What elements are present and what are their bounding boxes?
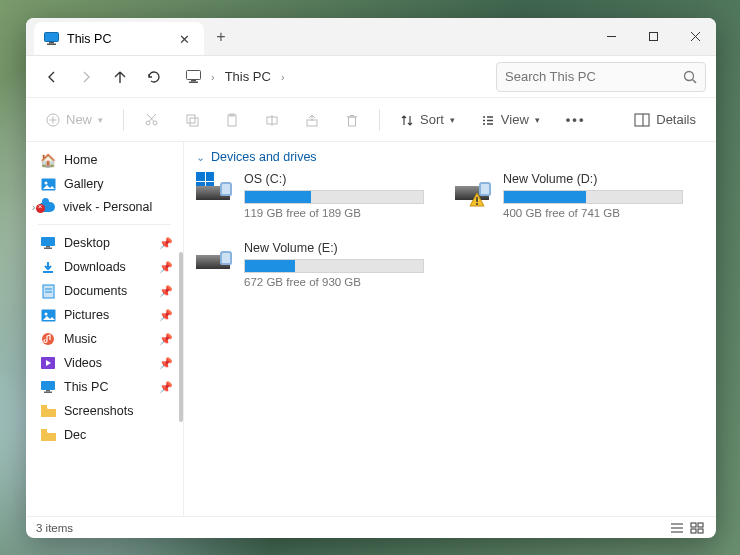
downloads-icon	[40, 259, 56, 275]
address-bar[interactable]: › This PC ›	[178, 61, 293, 93]
drive-name: OS (C:)	[244, 172, 427, 186]
navigation-pane[interactable]: 🏠Home Gallery ›vivek - Personal Desktop📌…	[26, 142, 184, 516]
file-explorer-window: This PC ✕ + › This PC › New ▾	[26, 18, 716, 538]
svg-rect-51	[46, 390, 50, 392]
body: 🏠Home Gallery ›vivek - Personal Desktop📌…	[26, 142, 716, 516]
sidebar-item-pictures[interactable]: Pictures📌	[26, 303, 183, 327]
sidebar-item-home[interactable]: 🏠Home	[26, 148, 183, 172]
svg-rect-62	[691, 529, 696, 533]
drives-container: OS (C:)119 GB free of 189 GBNew Volume (…	[194, 170, 706, 290]
more-button[interactable]: •••	[560, 108, 592, 131]
chevron-right-icon[interactable]: ›	[281, 71, 285, 83]
svg-rect-26	[349, 117, 356, 126]
desktop-icon	[40, 235, 56, 251]
copy-button[interactable]	[179, 109, 205, 131]
plus-circle-icon	[46, 113, 60, 127]
sidebar-item-dec[interactable]: Dec	[26, 423, 183, 447]
home-icon: 🏠	[40, 152, 56, 168]
copy-icon	[185, 113, 199, 127]
tab-close-icon[interactable]: ✕	[175, 32, 194, 47]
videos-icon	[40, 355, 56, 371]
sidebar-item-documents[interactable]: Documents📌	[26, 279, 183, 303]
share-icon	[305, 113, 319, 127]
rename-icon	[265, 113, 279, 127]
sort-icon	[400, 113, 414, 127]
chevron-right-icon: ›	[211, 71, 215, 83]
tab-this-pc[interactable]: This PC ✕	[34, 22, 204, 56]
back-button[interactable]	[36, 61, 68, 93]
paste-button[interactable]	[219, 109, 245, 131]
drive-free-space: 400 GB free of 741 GB	[503, 207, 686, 219]
warning-icon	[469, 192, 485, 208]
group-header-devices[interactable]: ⌄ Devices and drives	[194, 148, 706, 170]
svg-rect-61	[698, 523, 703, 527]
tiles-view-button[interactable]	[688, 520, 706, 536]
cloud-icon	[39, 202, 55, 212]
svg-rect-0	[45, 33, 59, 42]
monitor-icon	[44, 32, 59, 46]
refresh-button[interactable]	[138, 61, 170, 93]
sidebar-item-gallery[interactable]: Gallery	[26, 172, 183, 196]
drive-free-space: 119 GB free of 189 GB	[244, 207, 427, 219]
breadcrumb-location[interactable]: This PC	[225, 69, 271, 84]
chevron-down-icon: ⌄	[196, 151, 205, 164]
drive-item[interactable]: New Volume (D:)400 GB free of 741 GB	[453, 170, 688, 221]
svg-rect-40	[46, 246, 50, 248]
delete-button[interactable]	[339, 109, 365, 131]
documents-icon	[40, 283, 56, 299]
svg-rect-52	[44, 392, 52, 394]
storage-bar	[244, 190, 424, 204]
sidebar-item-desktop[interactable]: Desktop📌	[26, 231, 183, 255]
sort-button[interactable]: Sort ▾	[394, 108, 461, 131]
details-view-button[interactable]	[668, 520, 686, 536]
toolbar: New ▾ Sort ▾ View ▾ ••• Details	[26, 98, 716, 142]
forward-button[interactable]	[70, 61, 102, 93]
search-input[interactable]	[505, 69, 675, 84]
svg-rect-1	[49, 42, 54, 44]
sidebar-item-music[interactable]: Music📌	[26, 327, 183, 351]
new-tab-button[interactable]: +	[204, 18, 238, 55]
sidebar-item-videos[interactable]: Videos📌	[26, 351, 183, 375]
pin-icon: 📌	[159, 237, 173, 250]
content-pane[interactable]: ⌄ Devices and drives OS (C:)119 GB free …	[184, 142, 716, 516]
svg-point-56	[476, 203, 478, 205]
sidebar-item-this-pc[interactable]: This PC📌	[26, 375, 183, 399]
share-button[interactable]	[299, 109, 325, 131]
maximize-button[interactable]	[632, 18, 674, 55]
details-pane-button[interactable]: Details	[628, 108, 702, 131]
drive-item[interactable]: New Volume (E:)672 GB free of 930 GB	[194, 239, 429, 290]
drive-icon	[196, 241, 234, 279]
svg-rect-20	[190, 118, 198, 126]
view-button[interactable]: View ▾	[475, 108, 546, 131]
pin-icon: 📌	[159, 285, 173, 298]
minimize-button[interactable]	[590, 18, 632, 55]
up-button[interactable]	[104, 61, 136, 93]
cut-button[interactable]	[138, 108, 165, 131]
storage-bar	[503, 190, 683, 204]
search-box[interactable]	[496, 62, 706, 92]
sidebar-item-downloads[interactable]: Downloads📌	[26, 255, 183, 279]
sidebar-item-screenshots[interactable]: Screenshots	[26, 399, 183, 423]
svg-point-47	[44, 312, 47, 315]
sidebar-item-onedrive[interactable]: ›vivek - Personal	[26, 196, 183, 218]
folder-icon	[40, 427, 56, 443]
drive-name: New Volume (D:)	[503, 172, 686, 186]
svg-rect-41	[44, 248, 52, 250]
svg-rect-63	[698, 529, 703, 533]
gallery-icon	[40, 176, 56, 192]
folder-icon	[40, 403, 56, 419]
svg-line-11	[693, 79, 697, 83]
svg-rect-53	[41, 405, 47, 408]
chevron-down-icon: ▾	[98, 115, 103, 125]
pin-icon: 📌	[159, 261, 173, 274]
view-icon	[481, 113, 495, 127]
drive-item[interactable]: OS (C:)119 GB free of 189 GB	[194, 170, 429, 221]
rename-button[interactable]	[259, 109, 285, 131]
pin-icon: 📌	[159, 333, 173, 346]
pictures-icon	[40, 307, 56, 323]
new-button[interactable]: New ▾	[40, 108, 109, 131]
close-window-button[interactable]	[674, 18, 716, 55]
details-pane-icon	[634, 113, 650, 127]
svg-rect-21	[228, 115, 236, 126]
svg-point-48	[42, 333, 54, 345]
